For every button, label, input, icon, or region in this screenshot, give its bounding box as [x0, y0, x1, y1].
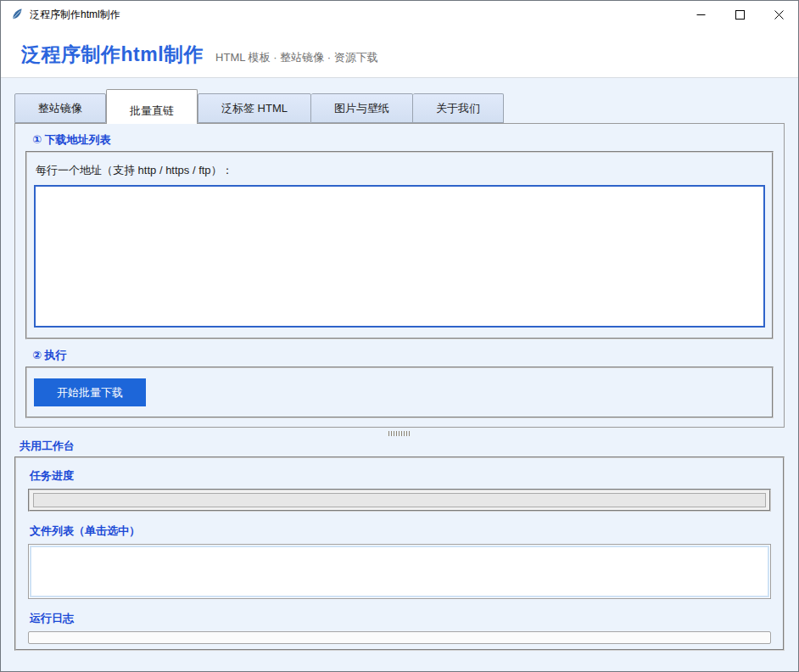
progress-label: 任务进度	[30, 468, 771, 484]
tab-site-mirror[interactable]: 整站镜像	[14, 93, 106, 123]
titlebar: 泛程序制作html制作	[1, 1, 798, 28]
start-batch-download-button[interactable]: 开始批量下载	[34, 378, 146, 406]
workbench-groupbox: 任务进度 文件列表（单击选中） 运行日志	[14, 456, 785, 651]
tab-images-wallpaper[interactable]: 图片与壁纸	[311, 93, 413, 123]
main-area: 整站镜像 批量直链 泛标签 HTML 图片与壁纸 关于我们 ① 下载地址列表 每…	[1, 78, 798, 671]
maximize-button[interactable]	[720, 1, 759, 28]
caption-buttons	[681, 1, 798, 28]
tabbar: 整站镜像 批量直链 泛标签 HTML 图片与壁纸 关于我们	[14, 88, 785, 123]
feather-app-icon	[10, 8, 24, 21]
section-title-download-list: ① 下载地址列表	[32, 132, 774, 148]
url-list-label: 每行一个地址（支持 http / https / ftp）：	[36, 163, 765, 178]
tab-batch-direct-link[interactable]: 批量直链	[106, 89, 198, 124]
app-subtitle: HTML 模板 · 整站镜像 · 资源下载	[215, 50, 378, 65]
app-header: 泛程序制作html制作 HTML 模板 · 整站镜像 · 资源下载	[1, 28, 798, 78]
progress-frame	[28, 489, 771, 512]
workbench-title: 共用工作台	[20, 439, 785, 454]
run-log-output	[28, 631, 771, 644]
file-listbox-frame	[28, 544, 771, 599]
section-title-execute: ② 执行	[32, 348, 774, 363]
log-label: 运行日志	[30, 611, 771, 626]
execute-groupbox: 开始批量下载	[25, 367, 774, 418]
window-title: 泛程序制作html制作	[30, 8, 120, 22]
tab-about-us[interactable]: 关于我们	[413, 93, 504, 123]
file-listbox[interactable]	[30, 546, 769, 597]
progress-bar	[33, 493, 766, 507]
app-window: 泛程序制作html制作 泛程序制作html制作 HTML 模板 · 整站镜像 ·…	[0, 0, 799, 672]
file-list-label: 文件列表（单击选中）	[30, 524, 771, 539]
app-title: 泛程序制作html制作	[21, 42, 204, 68]
close-button[interactable]	[759, 1, 798, 28]
minimize-button[interactable]	[681, 1, 720, 28]
tab-pan-tag-html[interactable]: 泛标签 HTML	[198, 93, 311, 123]
tab-panel-batch-direct-link: ① 下载地址列表 每行一个地址（支持 http / https / ftp）： …	[14, 123, 785, 428]
url-list-input[interactable]	[34, 185, 765, 328]
splitter-sash[interactable]	[14, 428, 785, 439]
download-list-groupbox: 每行一个地址（支持 http / https / ftp）：	[25, 151, 774, 339]
splitter-grip-icon[interactable]	[388, 431, 411, 436]
